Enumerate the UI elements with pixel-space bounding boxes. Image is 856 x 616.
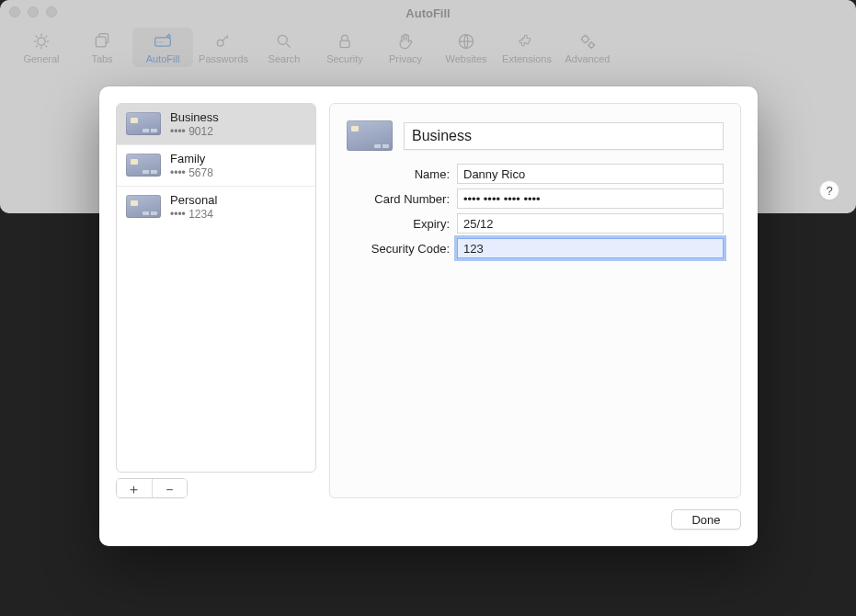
add-card-button[interactable]: ＋ [117,479,153,497]
cardholder-name-field[interactable] [457,164,724,184]
card-title: Personal [170,193,217,208]
credit-card-icon [126,195,161,218]
card-number-field[interactable] [457,188,724,209]
done-button[interactable]: Done [671,509,741,530]
card-list-item[interactable]: Personal •••• 1234 [117,187,315,227]
help-button[interactable]: ? [819,180,839,200]
credit-card-icon [126,154,161,177]
card-list-item[interactable]: Family •••• 5678 [117,145,315,187]
card-list-item[interactable]: Business •••• 9012 [117,104,315,145]
card-number-label: Card Number: [347,192,457,206]
card-title: Family [170,152,213,166]
add-remove-segmented: ＋ － [116,478,188,498]
card-masked-number: •••• 9012 [170,125,219,138]
card-list: Business •••• 9012 Family •••• 5678 Pers… [116,103,316,473]
credit-card-icon [126,112,161,135]
security-code-field[interactable] [457,238,724,258]
card-description-field[interactable] [404,122,724,150]
name-label: Name: [347,167,457,181]
card-title: Business [170,110,219,125]
credit-cards-sheet: Business •••• 9012 Family •••• 5678 Pers… [99,86,758,546]
card-masked-number: •••• 1234 [170,208,217,221]
card-detail-pane: Name: Card Number: Expiry: Security Code… [329,103,741,498]
card-masked-number: •••• 5678 [170,166,213,179]
remove-card-button[interactable]: － [153,479,188,497]
security-code-label: Security Code: [347,242,457,256]
expiry-field[interactable] [457,213,724,234]
credit-card-icon [347,120,393,151]
expiry-label: Expiry: [347,217,457,231]
